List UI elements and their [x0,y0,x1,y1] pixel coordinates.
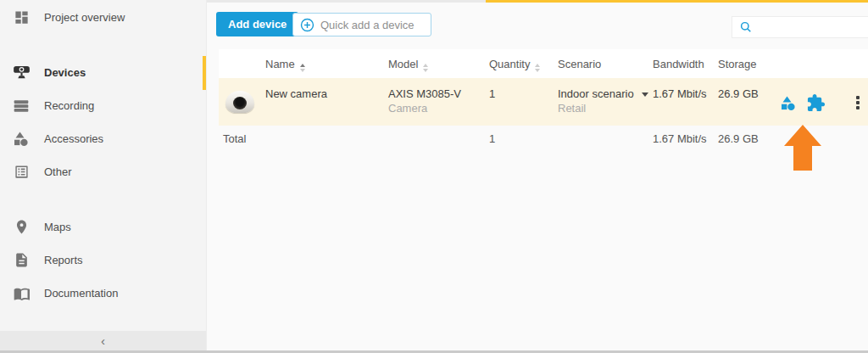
sidebar-item-reports[interactable]: Reports [0,244,206,277]
quick-add-device-field[interactable] [292,13,431,36]
sidebar-item-maps[interactable]: Maps [0,210,206,244]
device-bandwidth: 1.67 Mbit/s [653,87,707,100]
search-box[interactable] [732,16,868,38]
list-icon [12,163,31,182]
main-content: Add device Name [207,0,868,353]
map-pin-icon [12,218,31,237]
search-icon [739,20,753,34]
sidebar-item-label: Project overview [44,11,125,24]
sidebar-item-documentation[interactable]: Documentation [0,277,206,310]
accessories-button[interactable] [778,92,798,113]
applications-puzzle-button[interactable] [805,92,826,113]
column-header-quantity[interactable]: Quantity [489,58,540,72]
book-icon [12,284,31,303]
nav-spacer [0,188,206,210]
sidebar-item-label: Other [44,165,72,178]
sidebar-item-label: Recording [44,99,94,112]
top-accent-bar [486,0,868,3]
device-model: AXIS M3085-V [388,87,461,100]
row-menu-button[interactable] [848,92,868,113]
device-thumbnail [224,89,256,115]
table-header: Name Model Quantity Scenario Bandwidth S… [219,49,868,78]
scenario-dropdown[interactable]: Indoor scenario [558,87,648,100]
column-header-model[interactable]: Model [388,58,428,72]
kebab-menu-icon [856,96,860,109]
device-quantity: 1 [489,87,495,100]
column-header-name[interactable]: Name [265,58,305,72]
sidebar-item-label: Reports [44,254,83,266]
sort-icon[interactable] [535,64,540,72]
sidebar-item-project-overview[interactable]: Project overview [0,1,206,34]
table-row[interactable]: New camera AXIS M3085-V Camera 1 Indoor … [219,78,868,126]
device-model-type: Camera [388,102,427,115]
column-header-bandwidth: Bandwidth [653,58,704,70]
device-storage: 26.9 GB [718,87,759,100]
device-name[interactable]: New camera [265,87,327,100]
sort-icon[interactable] [423,64,428,72]
total-storage: 26.9 GB [718,132,759,145]
column-header-scenario: Scenario [558,58,601,70]
plus-circle-icon [300,18,314,32]
total-quantity: 1 [489,132,495,145]
sidebar-nav: Project overview Devices [0,0,206,310]
sidebar-item-accessories[interactable]: Accessories [0,122,206,155]
camera-icon [12,64,31,82]
dashboard-icon [12,8,31,27]
search-input[interactable] [758,21,860,33]
add-device-button[interactable]: Add device [216,12,298,36]
sidebar: Project overview Devices [0,0,207,353]
sidebar-item-label: Devices [44,66,86,79]
sidebar-item-recording[interactable]: Recording [0,89,206,122]
total-label: Total [223,132,246,145]
sidebar-item-label: Documentation [44,287,118,300]
shapes-icon [12,130,31,148]
server-icon [12,97,31,115]
total-bandwidth: 1.67 Mbit/s [653,132,707,145]
chevron-left-icon: ‹ [101,334,105,347]
quick-add-device-input[interactable] [320,19,426,31]
document-icon [12,251,31,270]
sidebar-collapse-button[interactable]: ‹ [0,331,206,350]
orange-pointer-arrow [784,125,821,171]
sidebar-item-label: Maps [44,221,71,233]
app-window: Project overview Devices [0,0,868,353]
sidebar-item-devices[interactable]: Devices [0,56,206,89]
sidebar-item-other[interactable]: Other [0,155,206,188]
sort-icon[interactable] [300,64,305,72]
top-divider [207,0,486,3]
column-header-storage: Storage [718,58,757,70]
scenario-sub: Retail [558,102,586,115]
camera-lens [233,97,247,109]
chevron-down-icon[interactable] [642,92,648,97]
table-total-row: Total 1 1.67 Mbit/s 26.9 GB [219,126,868,156]
sidebar-item-label: Accessories [44,132,103,145]
nav-spacer [0,34,206,56]
